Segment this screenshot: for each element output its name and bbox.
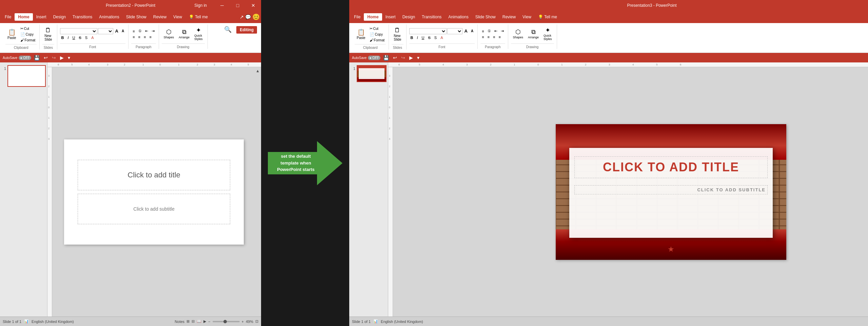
right-title-placeholder[interactable]: CLICK TO ADD TITLE (574, 156, 768, 178)
strikethrough-btn-left[interactable]: S (77, 35, 82, 40)
menu-home-right[interactable]: Home (364, 13, 382, 21)
copy-btn-right[interactable]: 📄 Copy (368, 32, 386, 37)
cut-btn-left[interactable]: ✂ Cut (19, 26, 37, 31)
menu-insert-left[interactable]: Insert (33, 13, 50, 21)
qa-more-left[interactable]: ▾ (66, 54, 72, 61)
increase-font-btn-right[interactable]: A (463, 28, 469, 34)
decrease-indent-btn[interactable]: ⇤ (144, 28, 150, 34)
menu-review-left[interactable]: Review (150, 13, 170, 21)
font-size-left[interactable] (98, 28, 113, 34)
menu-tellme-left[interactable]: 💡 Tell me (185, 13, 211, 21)
paste-btn-right[interactable]: 📋 Paste (355, 24, 368, 44)
strikethrough-btn-right[interactable]: S (427, 35, 432, 40)
font-select-left[interactable] (60, 28, 97, 34)
bold-btn-right[interactable]: B (409, 35, 415, 40)
align-left-btn[interactable]: ≡ (131, 35, 136, 39)
bold-btn-left[interactable]: B (60, 35, 65, 40)
menu-review-right[interactable]: Review (499, 13, 519, 21)
decrease-font-btn[interactable]: A (120, 28, 125, 34)
title-placeholder-left[interactable]: Click to add title (78, 160, 230, 190)
align-right-btn-right[interactable]: ≡ (492, 35, 496, 39)
menu-transitions-left[interactable]: Transitions (69, 13, 96, 21)
shapes-btn-right[interactable]: ⬡ Shapes (511, 28, 526, 40)
align-right-btn[interactable]: ≡ (142, 35, 147, 39)
slide-thumb-1-right[interactable] (357, 65, 387, 82)
italic-btn-right[interactable]: I (415, 35, 419, 40)
fit-slide-btn-left[interactable]: ⊡ (255, 319, 258, 324)
autosave-toggle-right[interactable]: ● OFF (368, 56, 380, 60)
font-color-btn-right[interactable]: A (439, 35, 444, 40)
format-painter-btn-left[interactable]: 🖌 Format (19, 38, 37, 42)
slide-canvas-left[interactable]: Click to add title Click to add subtitle (64, 139, 244, 245)
increase-indent-btn[interactable]: ⇥ (150, 28, 156, 34)
save-btn-left[interactable]: 💾 (33, 54, 41, 61)
copy-btn-left[interactable]: 📄 Copy (19, 32, 37, 37)
underline-btn-right[interactable]: U (420, 35, 426, 40)
zoom-in-btn-left[interactable]: + (242, 320, 244, 324)
shadow-btn-left[interactable]: S (84, 35, 89, 40)
close-btn-left[interactable]: ✕ (245, 0, 261, 11)
find-btn-left[interactable]: 🔍 (222, 26, 234, 34)
slide-info-icon-right[interactable]: 📊 (373, 319, 378, 324)
justify-btn-right[interactable]: ≡ (497, 35, 502, 39)
menu-design-right[interactable]: Design (399, 13, 418, 21)
decrease-indent-btn-right[interactable]: ⇤ (493, 28, 499, 34)
font-color-btn-left[interactable]: A (90, 35, 95, 40)
cut-btn-right[interactable]: ✂ Cut (368, 26, 386, 31)
menu-tellme-right[interactable]: 💡 Tell me (535, 13, 560, 21)
arrange-btn-left[interactable]: ⧉ Arrange (177, 28, 192, 40)
quick-styles-btn-left[interactable]: ✦ QuickStyles (192, 26, 205, 41)
menu-slideshow-right[interactable]: Slide Show (472, 13, 499, 21)
menu-home-left[interactable]: Home (15, 13, 33, 21)
zoom-slider-left[interactable] (213, 321, 240, 322)
arrange-btn-right[interactable]: ⧉ Arrange (526, 28, 541, 40)
menu-view-left[interactable]: View (170, 13, 185, 21)
underline-btn-left[interactable]: U (71, 35, 77, 40)
shapes-btn-left[interactable]: ⬡ Shapes (162, 28, 176, 40)
menu-transitions-right[interactable]: Transitions (418, 13, 445, 21)
menu-slideshow-left[interactable]: Slide Show (123, 13, 150, 21)
align-center-btn[interactable]: ≡ (137, 35, 142, 39)
sign-in-left[interactable]: Sign in (194, 3, 207, 8)
qa-more-right[interactable]: ▾ (416, 54, 421, 61)
align-left-btn-right[interactable]: ≡ (480, 35, 485, 39)
menu-file-left[interactable]: File (1, 13, 15, 21)
maximize-btn-left[interactable]: □ (230, 0, 245, 11)
redo-btn-left[interactable]: ↪ (51, 54, 57, 61)
format-painter-btn-right[interactable]: 🖌 Format (368, 38, 386, 42)
shadow-btn-right[interactable]: S (433, 35, 438, 40)
new-slide-btn-left[interactable]: 🗒 NewSlide (42, 24, 54, 44)
quick-styles-btn-right[interactable]: ✦ QuickStyles (541, 26, 554, 41)
menu-file-right[interactable]: File (351, 13, 364, 21)
slideshow-btn-left[interactable]: ▶ (203, 319, 206, 324)
increase-indent-btn-right[interactable]: ⇥ (499, 28, 505, 34)
share-icon-left[interactable]: ↗ (240, 14, 244, 20)
font-size-right[interactable] (447, 28, 462, 34)
numbering-btn-right[interactable]: ① (486, 28, 492, 34)
numbering-btn[interactable]: ① (137, 28, 143, 34)
undo-btn-right[interactable]: ↩ (392, 54, 398, 61)
notes-btn-left[interactable]: Notes (175, 320, 184, 324)
bullets-btn-right[interactable]: ≡ (480, 28, 485, 34)
right-subtitle-placeholder[interactable]: CLICK TO ADD SUBTITLE (574, 185, 768, 194)
paste-btn-left[interactable]: 📋 Paste (5, 24, 18, 44)
undo-btn-left[interactable]: ↩ (42, 54, 49, 61)
present-btn-left[interactable]: ▶ (59, 54, 65, 61)
italic-btn-left[interactable]: I (66, 35, 70, 40)
minimize-btn-left[interactable]: ─ (214, 0, 230, 11)
menu-design-left[interactable]: Design (50, 13, 69, 21)
align-center-btn-right[interactable]: ≡ (486, 35, 491, 39)
menu-insert-right[interactable]: Insert (382, 13, 399, 21)
slide-sorter-btn-left[interactable]: ⊟ (192, 319, 195, 324)
autosave-toggle-left[interactable]: ● OFF (19, 56, 31, 60)
redo-btn-right[interactable]: ↪ (400, 54, 407, 61)
slide-canvas-right[interactable]: CLICK TO ADD TITLE CLICK TO ADD SUBTITLE… (556, 124, 786, 260)
decrease-font-btn-right[interactable]: A (470, 28, 475, 34)
reading-view-btn-left[interactable]: 📖 (197, 319, 201, 324)
comment-icon-left[interactable]: 💬 (245, 14, 251, 20)
font-select-right[interactable] (409, 28, 447, 34)
menu-view-right[interactable]: View (519, 13, 535, 21)
justify-btn[interactable]: ≡ (148, 35, 153, 39)
normal-view-btn-left[interactable]: ⊞ (186, 319, 190, 324)
bullets-btn[interactable]: ≡ (131, 28, 136, 34)
